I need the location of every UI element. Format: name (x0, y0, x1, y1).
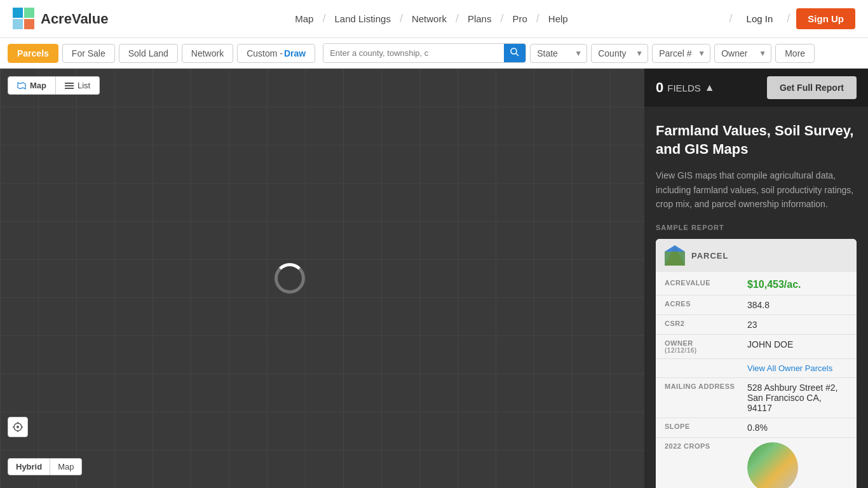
view-owner-parcels-row: View All Owner Parcels (656, 359, 857, 378)
owner-row: OWNER(12/12/16) JOHN DOE (656, 335, 857, 359)
svg-rect-7 (65, 85, 74, 86)
signup-button[interactable]: Sign Up (796, 8, 855, 29)
map-type-controls: Hybrid Map (8, 458, 82, 475)
tab-for-sale[interactable]: For Sale (62, 44, 115, 63)
county-select-wrapper: County ▼ (591, 44, 648, 63)
loading-spinner (275, 263, 305, 294)
slope-row: SLOPE 0.8% (656, 418, 857, 438)
sidebar-description: View GIS maps that compile agricultural … (656, 168, 857, 211)
draw-link[interactable]: Draw (284, 48, 306, 58)
nav-sep-7: / (787, 12, 790, 25)
mailing-address-label: MAILING ADDRESS (665, 383, 747, 413)
map-grid (0, 69, 644, 488)
owner-select[interactable]: Owner (714, 44, 771, 63)
crops-chart (747, 442, 798, 488)
state-select[interactable]: State (530, 44, 587, 63)
sidebar: 0 FIELDS ▲ Get Full Report Farmland Valu… (644, 69, 868, 488)
mailing-address-row: MAILING ADDRESS 528 Ashbury Street #2, S… (656, 378, 857, 418)
crops-label: 2022 CROPS (665, 442, 747, 488)
logo[interactable]: AcreValue (13, 8, 108, 30)
logo-text: AcreValue (41, 11, 108, 27)
report-rows: ACREVALUE $10,453/ac. ACRES 384.8 CSR2 2… (656, 272, 857, 488)
tab-network[interactable]: Network (182, 44, 233, 63)
fields-toggle-icon[interactable]: ▲ (705, 82, 715, 93)
search-input[interactable] (323, 44, 504, 62)
parcel-select[interactable]: Parcel # (652, 44, 710, 63)
owner-date: (12/12/16) (665, 347, 747, 354)
nav-help[interactable]: Help (542, 11, 574, 27)
csr2-row: CSR2 23 (656, 315, 857, 335)
acrevalue-value: $10,453/ac. (747, 279, 801, 290)
view-owner-parcels-link[interactable]: View All Owner Parcels (747, 363, 832, 373)
parcel-icon (665, 245, 685, 266)
nav-sep-6: / (729, 12, 733, 25)
csr2-value: 23 (747, 320, 757, 330)
tab-parcels[interactable]: Parcels (8, 44, 58, 63)
logo-icon (13, 8, 36, 30)
header: AcreValue Map / Land Listings / Network … (0, 0, 868, 38)
parcel-label: PARCEL (691, 251, 728, 261)
mailing-address-value: 528 Ashbury Street #2, San Francisco CA,… (747, 383, 848, 413)
report-card-header: PARCEL (656, 239, 857, 272)
acres-label: ACRES (665, 300, 747, 310)
svg-rect-8 (65, 88, 74, 89)
parcel-select-wrapper: Parcel # ▼ (652, 44, 710, 63)
slope-value: 0.8% (747, 423, 768, 433)
map-view-button[interactable]: Map (8, 76, 56, 95)
map-view-label: Map (30, 81, 46, 90)
sample-report-label: SAMPLE REPORT (656, 224, 857, 231)
tab-custom[interactable]: Custom - Draw (237, 44, 315, 63)
svg-point-4 (511, 48, 517, 54)
fields-number: 0 (656, 79, 663, 96)
list-view-label: List (78, 81, 90, 90)
nav-land-listings[interactable]: Land Listings (328, 11, 397, 27)
acrevalue-row: ACREVALUE $10,453/ac. (656, 274, 857, 295)
csr2-label: CSR2 (665, 320, 747, 330)
map-area[interactable]: Map List (0, 69, 644, 488)
fields-bar: 0 FIELDS ▲ Get Full Report (644, 69, 868, 107)
map-button[interactable]: Map (50, 458, 82, 475)
svg-rect-6 (65, 83, 74, 84)
acres-row: ACRES 384.8 (656, 295, 857, 315)
nav-sep-5: / (536, 12, 539, 25)
sidebar-content: Farmland Values, Soil Survey, and GIS Ma… (644, 107, 868, 488)
list-icon (65, 81, 74, 90)
nav-pro[interactable]: Pro (506, 11, 533, 27)
more-button[interactable]: More (775, 44, 815, 63)
list-view-button[interactable]: List (56, 76, 100, 95)
svg-rect-0 (13, 8, 23, 18)
fields-count: 0 FIELDS ▲ (656, 79, 715, 96)
slope-label: SLOPE (665, 423, 747, 433)
state-select-wrapper: State ▼ (530, 44, 587, 63)
map-view-controls: Map List (8, 76, 100, 95)
svg-line-5 (516, 53, 519, 56)
nav-sep-1: / (322, 12, 325, 25)
hybrid-button[interactable]: Hybrid (8, 458, 50, 475)
svg-marker-16 (665, 252, 685, 266)
crops-row: 2022 CROPS (656, 438, 857, 488)
view-owner-spacer (665, 363, 747, 373)
owner-value: JOHN DOE (747, 339, 793, 354)
nav-sep-3: / (456, 12, 459, 25)
main-content: Map List (0, 69, 868, 488)
svg-point-10 (17, 426, 19, 428)
toolbar: Parcels For Sale Sold Land Network Custo… (0, 38, 868, 69)
fields-label: FIELDS (667, 83, 701, 93)
map-icon (17, 81, 26, 90)
county-select[interactable]: County (591, 44, 648, 63)
login-button[interactable]: Log In (739, 10, 781, 28)
nav-map[interactable]: Map (288, 11, 320, 27)
search-button[interactable] (504, 44, 526, 62)
svg-rect-3 (13, 19, 23, 29)
sidebar-title: Farmland Values, Soil Survey, and GIS Ma… (656, 122, 857, 158)
nav-actions: / Log In / Sign Up (729, 8, 855, 29)
tab-sold-land[interactable]: Sold Land (119, 44, 178, 63)
location-button[interactable] (8, 417, 28, 437)
acres-value: 384.8 (747, 300, 770, 310)
svg-rect-2 (24, 19, 34, 29)
nav-plans[interactable]: Plans (461, 11, 498, 27)
svg-marker-17 (665, 245, 685, 252)
custom-label: Custom - (247, 48, 283, 58)
get-report-button[interactable]: Get Full Report (767, 76, 857, 99)
nav-network[interactable]: Network (405, 11, 453, 27)
